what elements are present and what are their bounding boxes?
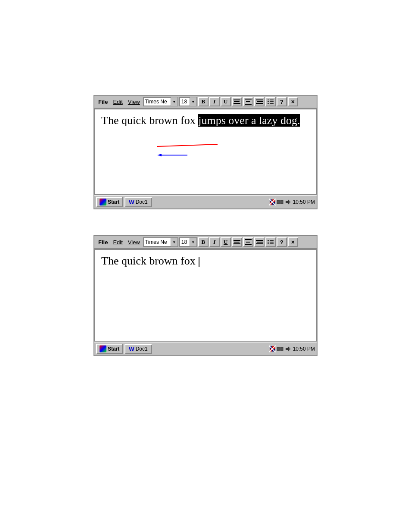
text-before-selection-1: The quick brown fox — [101, 114, 198, 127]
svg-marker-18 — [286, 199, 289, 205]
speaker-icon-2 — [284, 345, 291, 352]
toolbar-1: File Edit View Times Ne ▼ 18 ▼ B I U — [94, 96, 317, 109]
selected-text-1: jumps over a lazy dog. — [198, 114, 300, 127]
system-tray-2 — [269, 345, 291, 352]
clock-2: 10:50 PM — [293, 346, 315, 352]
clock-1: 10:50 PM — [293, 199, 315, 205]
window-1: File Edit View Times Ne ▼ 18 ▼ B I U — [93, 95, 318, 209]
doc-name-1: Doc1 — [136, 199, 148, 205]
system-tray-1 — [269, 199, 291, 205]
size-select-1[interactable]: 18 ▼ — [179, 97, 197, 106]
doc-text-2: The quick brown fox — [101, 254, 310, 268]
font-size-2: 18 — [180, 239, 190, 245]
doc-taskbar-button-2[interactable]: W Doc1 — [125, 344, 152, 354]
menu-file-2[interactable]: File — [96, 239, 110, 246]
network-icon-1 — [277, 199, 283, 205]
empty-doc-area-2 — [101, 268, 310, 336]
align-right-button-2[interactable] — [254, 237, 265, 247]
taskbar-right-2: 10:50 PM — [269, 345, 315, 352]
font-name-1: Times Ne — [144, 99, 171, 105]
help-button-2[interactable]: ? — [277, 237, 287, 247]
underline-button-2[interactable]: U — [221, 237, 231, 247]
font-select-1[interactable]: Times Ne ▼ — [143, 97, 178, 106]
text-content-2: The quick brown fox — [101, 255, 198, 267]
size-select-2[interactable]: 18 ▼ — [179, 237, 197, 247]
svg-marker-8 — [157, 154, 162, 156]
svg-rect-32 — [277, 347, 280, 351]
bold-button-2[interactable]: B — [198, 237, 209, 247]
svg-line-6 — [157, 144, 218, 146]
start-button-2[interactable]: Start — [96, 344, 123, 354]
close-button-2[interactable]: × — [288, 237, 298, 247]
align-right-button-1[interactable] — [254, 97, 265, 106]
align-left-button-2[interactable] — [232, 237, 242, 247]
font-select-2[interactable]: Times Ne ▼ — [143, 237, 178, 247]
size-dropdown-arrow-2[interactable]: ▼ — [190, 238, 196, 246]
text-cursor-2 — [199, 257, 199, 267]
svg-rect-33 — [280, 347, 283, 351]
windows-logo-icon-1 — [100, 199, 106, 205]
doc-name-2: Doc1 — [136, 346, 148, 352]
doc-text-1: The quick brown fox jumps over a lazy do… — [101, 114, 310, 127]
menu-view-2[interactable]: View — [126, 239, 142, 246]
bold-button-1[interactable]: B — [198, 97, 209, 106]
flag-icon-1 — [269, 199, 276, 205]
underline-button-1[interactable]: U — [221, 97, 231, 106]
drawing-svg-1 — [101, 136, 310, 170]
taskbar-2: Start W Doc1 — [94, 342, 317, 355]
size-dropdown-arrow-1[interactable]: ▼ — [190, 97, 196, 106]
drawing-area-1 — [101, 136, 310, 170]
network-icon-2 — [277, 345, 283, 352]
svg-rect-16 — [277, 200, 280, 204]
menu-view-1[interactable]: View — [126, 98, 142, 106]
word-icon-2: W — [129, 346, 134, 352]
start-label-1: Start — [108, 199, 119, 205]
font-size-1: 18 — [180, 99, 190, 105]
font-dropdown-arrow-1[interactable]: ▼ — [171, 97, 177, 106]
close-button-1[interactable]: × — [288, 97, 298, 106]
toolbar-2: File Edit View Times Ne ▼ 18 ▼ B I U — [94, 236, 317, 249]
start-label-2: Start — [108, 346, 119, 352]
list-button-1[interactable] — [265, 97, 276, 106]
taskbar-right-1: 10:50 PM — [269, 199, 315, 205]
window-2: File Edit View Times Ne ▼ 18 ▼ B I U — [93, 235, 318, 356]
align-center-button-2[interactable] — [243, 237, 253, 247]
document-area-2[interactable]: The quick brown fox — [94, 249, 317, 342]
font-dropdown-arrow-2[interactable]: ▼ — [171, 238, 177, 246]
font-name-2: Times Ne — [144, 239, 171, 245]
doc-taskbar-button-1[interactable]: W Doc1 — [125, 197, 152, 207]
align-center-button-1[interactable] — [243, 97, 253, 106]
document-area-1[interactable]: The quick brown fox jumps over a lazy do… — [94, 109, 317, 195]
italic-button-2[interactable]: I — [209, 237, 220, 247]
speaker-icon-1 — [284, 199, 291, 205]
italic-button-1[interactable]: I — [209, 97, 220, 106]
word-icon-1: W — [129, 199, 134, 205]
menu-file-1[interactable]: File — [96, 98, 110, 106]
align-left-button-1[interactable] — [232, 97, 242, 106]
svg-marker-34 — [286, 346, 289, 352]
svg-rect-17 — [280, 200, 283, 204]
windows-logo-icon-2 — [100, 345, 106, 352]
list-button-2[interactable] — [265, 237, 276, 247]
menu-edit-2[interactable]: Edit — [111, 239, 125, 246]
taskbar-1: Start W Doc1 — [94, 195, 317, 208]
help-button-1[interactable]: ? — [277, 97, 287, 106]
menu-edit-1[interactable]: Edit — [111, 98, 125, 106]
flag-icon-2 — [269, 345, 276, 352]
start-button-1[interactable]: Start — [96, 197, 123, 207]
